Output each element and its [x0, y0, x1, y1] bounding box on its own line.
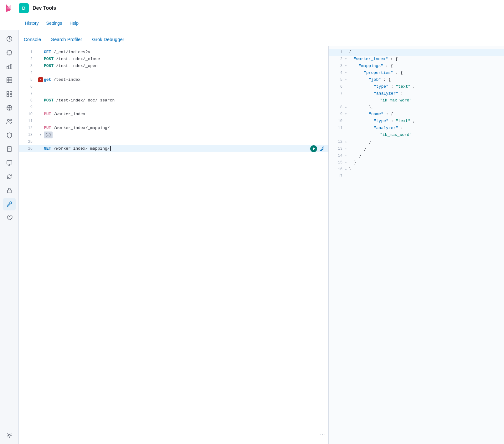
- editor-line-1: 1 GET /_cat/indices?v: [19, 49, 328, 56]
- vertical-dots[interactable]: ⋮: [320, 431, 327, 438]
- editor-line-6: 6: [19, 83, 328, 90]
- line-number: 10: [331, 118, 342, 125]
- tab-console[interactable]: Console: [24, 32, 41, 46]
- tabs-bar: Console Search Profiler Grok Debugger: [19, 30, 504, 46]
- left-editor: 1 GET /_cat/indices?v 2 POST /t: [19, 46, 329, 444]
- sidebar-icon-refresh[interactable]: [3, 170, 16, 183]
- sidebar-icon-lock[interactable]: [3, 184, 16, 197]
- line-code: {…}: [44, 132, 326, 138]
- sidebar-icon-chart[interactable]: [3, 60, 16, 73]
- sidebar-icon-people[interactable]: [3, 115, 16, 128]
- fold-indicator[interactable]: ▴: [345, 159, 349, 166]
- json-code: },: [349, 104, 374, 111]
- editor-line-13: 13 ▶ {…}: [19, 132, 328, 138]
- svg-rect-14: [7, 161, 12, 164]
- left-editor-content[interactable]: 1 GET /_cat/indices?v 2 POST /t: [19, 46, 328, 444]
- fold-indicator[interactable]: ▴: [345, 152, 349, 159]
- editor-line-7: 7: [19, 90, 328, 97]
- sidebar-icon-clock[interactable]: [3, 33, 16, 45]
- line-number: 7: [331, 90, 342, 97]
- tab-search-profiler[interactable]: Search Profiler: [51, 32, 82, 46]
- path-text: /test-index/_doc/_search: [56, 98, 115, 103]
- sidebar-icon-doc[interactable]: [3, 143, 16, 155]
- kibana-logo-icon: [5, 3, 15, 13]
- line-number: 6: [331, 83, 342, 90]
- fold-indicator[interactable]: ▾: [345, 70, 349, 76]
- json-code: }: [349, 159, 356, 166]
- svg-rect-15: [8, 190, 11, 193]
- json-code: "ik_max_word": [349, 97, 412, 104]
- json-code: "analyzer" :: [349, 90, 403, 97]
- fold-indicator[interactable]: ▾: [345, 63, 349, 70]
- path-text: /worker_index/_mapping/: [54, 126, 110, 130]
- sidebar-icon-compass[interactable]: [3, 46, 16, 59]
- tab-grok-debugger[interactable]: Grok Debugger: [92, 32, 124, 46]
- nav-help[interactable]: Help: [67, 18, 81, 29]
- fold-indicator[interactable]: ▴: [345, 145, 349, 152]
- editor-line-12: 12 PUT /worker_index/_mapping/: [19, 125, 328, 132]
- fold-indicator[interactable]: ▴: [345, 166, 349, 173]
- json-code: "name" : {: [349, 111, 393, 118]
- json-code: "worker_index" : {: [349, 56, 398, 63]
- line-number: 8: [21, 97, 33, 104]
- editor-line-9: 9: [19, 104, 328, 111]
- editor-line-2: 2 POST /test-index/_close: [19, 56, 328, 63]
- svg-point-1: [7, 50, 12, 55]
- method-label: PUT: [44, 112, 51, 116]
- method-label: POST: [44, 98, 54, 103]
- line-number: 12: [21, 125, 33, 132]
- fold-indicator[interactable]: ▾: [345, 111, 349, 118]
- sidebar-icon-table[interactable]: [3, 74, 16, 86]
- line-number: 13: [331, 145, 342, 152]
- line-code: GET /worker_index/_mapping/: [44, 145, 308, 152]
- svg-point-16: [8, 434, 10, 436]
- app-title: Dev Tools: [33, 5, 56, 11]
- svg-rect-4: [11, 64, 12, 69]
- nav-history[interactable]: History: [23, 18, 41, 29]
- sidebar-icon-monitor[interactable]: [3, 157, 16, 169]
- fold-indicator[interactable]: ▾: [345, 76, 349, 83]
- path-text: /test-index/_open: [56, 64, 98, 68]
- right-line-16: 16 ▴ }: [329, 166, 504, 173]
- svg-rect-6: [7, 91, 9, 93]
- wrench-button[interactable]: [319, 145, 326, 152]
- right-line-6: 6 "type" : "text" ,: [329, 83, 504, 90]
- sidebar-icon-tools[interactable]: [3, 198, 16, 210]
- method-label: POST: [44, 57, 54, 61]
- line-number: 4: [21, 70, 33, 76]
- line-number: 25: [21, 138, 33, 145]
- run-button[interactable]: [310, 145, 317, 152]
- sidebar-icon-heart[interactable]: [3, 212, 16, 224]
- line-code: PUT /worker_index/_mapping/: [44, 125, 326, 132]
- editor-line-26[interactable]: 26 GET /worker_index/_mapping/: [19, 145, 328, 152]
- fold-arrow[interactable]: ▶: [40, 132, 42, 138]
- fold-indicator[interactable]: ▾: [345, 56, 349, 63]
- editor-line-25: 25: [19, 138, 328, 145]
- line-number: 3: [331, 63, 342, 70]
- svg-rect-5: [7, 78, 12, 83]
- sidebar-icon-settings[interactable]: [3, 429, 16, 441]
- sidebar: [0, 30, 19, 444]
- editor-line-5: 5 ✕ get /test-index: [19, 76, 328, 83]
- editor-line-11: 11: [19, 118, 328, 125]
- method-label: GET: [44, 50, 51, 54]
- right-line-2: 2 ▾ "worker_index" : {: [329, 56, 504, 63]
- line-number: 11: [21, 118, 33, 125]
- sidebar-icon-map[interactable]: [3, 101, 16, 114]
- nav-settings[interactable]: Settings: [44, 18, 65, 29]
- line-number: 12: [331, 138, 342, 145]
- json-code: {: [349, 49, 351, 56]
- folded-badge[interactable]: {…}: [44, 132, 53, 138]
- path-text: /worker_index/_mapping/: [54, 146, 113, 151]
- editor-layout: 1 GET /_cat/indices?v 2 POST /t: [19, 46, 504, 444]
- top-bar: D Dev Tools: [0, 0, 504, 16]
- sidebar-icon-shield[interactable]: [3, 129, 16, 142]
- path-text: /test-index/_close: [56, 57, 100, 61]
- right-line-13: 13 ▴ }: [329, 145, 504, 152]
- line-number: 6: [21, 83, 33, 90]
- fold-indicator[interactable]: ▴: [345, 138, 349, 145]
- method-label: GET: [44, 146, 51, 151]
- line-number: 1: [21, 49, 33, 56]
- sidebar-icon-grid[interactable]: [3, 88, 16, 100]
- fold-indicator[interactable]: ▴: [345, 104, 349, 111]
